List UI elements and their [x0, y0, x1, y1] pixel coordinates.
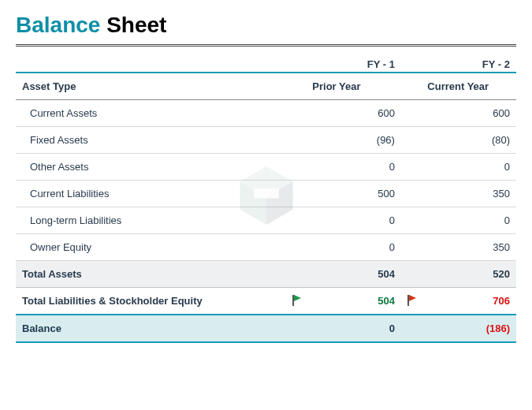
- row-label: Other Assets: [16, 154, 286, 181]
- balance-current: (186): [421, 315, 516, 342]
- prior-year-heading: Prior Year: [306, 73, 401, 100]
- table-row: Fixed Assets (96) (80): [16, 127, 516, 154]
- total-assets-label: Total Assets: [16, 261, 286, 288]
- table-row: Current Assets 600 600: [16, 100, 516, 127]
- total-assets-row: Total Assets 504 520: [16, 261, 516, 288]
- row-label: Long-term Liabilities: [16, 207, 286, 234]
- row-label: Current Assets: [16, 100, 286, 127]
- flag-green-icon: [292, 295, 301, 304]
- row-current: 350: [421, 181, 516, 207]
- row-label: Fixed Assets: [16, 127, 286, 154]
- row-prior: 0: [306, 234, 401, 261]
- current-year-heading: Current Year: [421, 73, 516, 100]
- fy2-label: FY - 2: [421, 51, 516, 73]
- table-row: Other Assets 0 0: [16, 154, 516, 181]
- total-equity-prior: 504: [306, 288, 401, 315]
- row-current: 0: [421, 207, 516, 234]
- row-current: 600: [421, 100, 516, 127]
- fy1-label: FY - 1: [306, 51, 401, 73]
- row-prior: (96): [306, 127, 401, 154]
- row-prior: 0: [306, 207, 401, 234]
- table-row: Owner Equity 0 350: [16, 234, 516, 261]
- row-prior: 600: [306, 100, 401, 127]
- title-rule: [16, 44, 516, 47]
- balance-label: Balance: [16, 315, 286, 342]
- total-assets-current: 520: [421, 261, 516, 288]
- row-label: Owner Equity: [16, 234, 286, 261]
- row-label: Current Liabilities: [16, 181, 286, 207]
- balance-row: Balance 0 (186): [16, 315, 516, 342]
- title-rest: Sheet: [106, 13, 166, 37]
- row-current: 350: [421, 234, 516, 261]
- flag-red-icon: [407, 295, 416, 304]
- total-equity-row: Total Liabilities & Stockholder Equity 5…: [16, 288, 516, 315]
- row-prior: 0: [306, 154, 401, 181]
- title-accent: Balance: [16, 13, 100, 37]
- row-prior: 500: [306, 181, 401, 207]
- column-header-row: Asset Type Prior Year Current Year: [16, 73, 516, 100]
- table-row: Long-term Liabilities 0 0: [16, 207, 516, 234]
- table-row: Current Liabilities 500 350: [16, 181, 516, 207]
- balance-prior: 0: [306, 315, 401, 342]
- fy-header-row: FY - 1 FY - 2: [16, 51, 516, 73]
- total-equity-label: Total Liabilities & Stockholder Equity: [16, 288, 286, 315]
- total-equity-current: 706: [421, 288, 516, 315]
- row-current: (80): [421, 127, 516, 154]
- balance-sheet-table: FY - 1 FY - 2 Asset Type Prior Year Curr…: [16, 51, 516, 343]
- row-current: 0: [421, 154, 516, 181]
- page-title: Balance Sheet: [16, 13, 516, 38]
- asset-type-heading: Asset Type: [16, 73, 286, 100]
- total-assets-prior: 504: [306, 261, 401, 288]
